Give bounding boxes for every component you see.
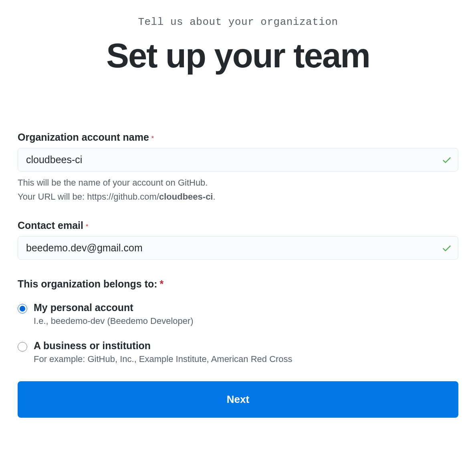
org-name-label: Organization account name: [18, 131, 149, 143]
page-title: Set up your team: [18, 36, 458, 75]
page-subtitle: Tell us about your organization: [18, 16, 458, 28]
help-line1: This will be the name of your account on…: [18, 178, 208, 188]
radio-business-title: A business or institution: [34, 340, 458, 352]
ownership-section-label: This organization belongs to:: [18, 278, 157, 289]
check-icon: [442, 243, 452, 253]
ownership-option-business[interactable]: A business or institution For example: G…: [18, 340, 458, 364]
next-button[interactable]: Next: [18, 381, 458, 418]
ownership-option-personal[interactable]: My personal account I.e., beedemo-dev (B…: [18, 302, 458, 326]
help-line2-suffix: .: [213, 192, 215, 202]
org-name-input[interactable]: [18, 148, 458, 172]
radio-business[interactable]: [18, 342, 27, 352]
help-line2-bold: cloudbees-ci: [159, 192, 213, 202]
org-name-help: This will be the name of your account on…: [18, 176, 458, 204]
required-mark: *: [86, 223, 88, 230]
radio-personal-title: My personal account: [34, 302, 458, 313]
radio-personal-description: I.e., beedemo-dev (Beedemo Developer): [34, 316, 458, 326]
email-input[interactable]: [18, 236, 458, 260]
email-label: Contact email: [18, 220, 83, 231]
radio-business-description: For example: GitHub, Inc., Example Insti…: [34, 354, 458, 364]
required-mark: *: [160, 278, 164, 289]
check-icon: [442, 155, 452, 165]
help-line2-prefix: Your URL will be: https://github.com/: [18, 192, 159, 202]
required-mark: *: [151, 135, 154, 142]
radio-personal[interactable]: [18, 304, 27, 313]
